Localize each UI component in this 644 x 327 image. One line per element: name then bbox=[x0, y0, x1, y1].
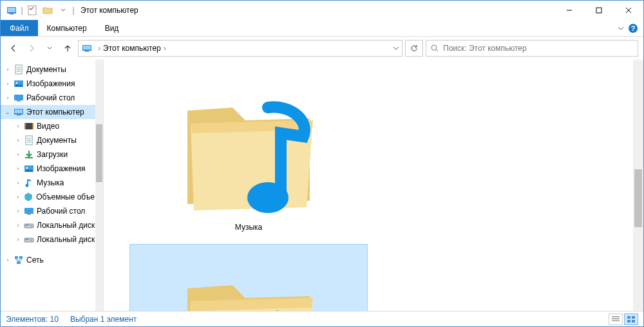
tree-item-label: Рабочий стол bbox=[37, 207, 85, 216]
tree-item[interactable]: ›Рабочий стол bbox=[1, 91, 103, 105]
tree-item[interactable]: ›Загрузки bbox=[1, 147, 103, 162]
back-button[interactable] bbox=[6, 41, 21, 56]
chevron-right-icon[interactable]: › bbox=[3, 256, 12, 265]
svg-rect-27 bbox=[27, 214, 31, 215]
svg-rect-19 bbox=[24, 123, 33, 129]
tree-item[interactable]: ›Локальный диск bbox=[1, 218, 103, 232]
svg-text:?: ? bbox=[631, 24, 636, 32]
qat-properties-icon[interactable] bbox=[25, 3, 39, 17]
tree-item[interactable]: ›Изображения bbox=[1, 162, 103, 176]
desktop-icon bbox=[24, 206, 34, 216]
tree-item[interactable]: ›Объемные объекты bbox=[1, 190, 103, 204]
tree-item[interactable]: ›Документы bbox=[1, 62, 103, 77]
qat-newfolder-icon[interactable] bbox=[41, 3, 55, 17]
search-input[interactable] bbox=[443, 44, 634, 53]
desktop-icon bbox=[14, 93, 24, 103]
tree-item[interactable]: ›Рабочий стол bbox=[1, 204, 103, 218]
forward-button[interactable] bbox=[24, 41, 39, 56]
tree-item[interactable]: ›Сеть bbox=[1, 253, 103, 267]
tree-item-label: Сеть bbox=[26, 256, 44, 265]
address-bar[interactable]: › Этот компьютер › bbox=[78, 40, 402, 57]
navbar: › Этот компьютер › bbox=[1, 37, 643, 60]
ribbon-tab-view[interactable]: Вид bbox=[96, 20, 128, 36]
qat-dropdown-icon[interactable] bbox=[56, 3, 70, 17]
chevron-right-icon[interactable]: › bbox=[14, 192, 22, 201]
svg-rect-1 bbox=[8, 8, 15, 12]
chevron-right-icon[interactable]: › bbox=[14, 221, 23, 230]
chevron-right-icon[interactable]: › bbox=[3, 79, 12, 88]
refresh-button[interactable] bbox=[405, 40, 423, 57]
qat-separator-icon: | bbox=[71, 3, 75, 17]
tree-item-label: Объемные объекты bbox=[36, 192, 103, 201]
address-segment[interactable]: Этот компьютер bbox=[103, 44, 161, 53]
address-dropdown-icon[interactable] bbox=[393, 45, 399, 51]
svg-rect-21 bbox=[32, 123, 33, 129]
svg-rect-39 bbox=[632, 316, 635, 319]
tree-item-label: Видео bbox=[37, 122, 59, 131]
recent-dropdown-icon[interactable] bbox=[42, 41, 57, 56]
ribbon-tab-file[interactable]: Файл bbox=[1, 20, 38, 36]
svg-rect-4 bbox=[596, 8, 601, 13]
tree-item[interactable]: ›Музыка bbox=[1, 176, 103, 190]
chevron-right-icon[interactable]: › bbox=[14, 235, 23, 244]
drive-icon bbox=[24, 234, 34, 245]
up-button[interactable] bbox=[60, 41, 75, 56]
content-scrollbar[interactable] bbox=[633, 60, 643, 311]
svg-rect-9 bbox=[85, 51, 89, 52]
image-icon bbox=[24, 164, 34, 174]
chevron-down-icon[interactable]: ⌄ bbox=[3, 107, 12, 117]
chevron-right-icon[interactable]: › bbox=[14, 122, 23, 131]
close-button[interactable] bbox=[614, 1, 643, 20]
search-box[interactable] bbox=[426, 40, 638, 57]
doc-icon bbox=[14, 64, 24, 75]
chevron-right-icon[interactable]: › bbox=[3, 65, 12, 74]
svg-rect-29 bbox=[25, 225, 29, 226]
svg-point-10 bbox=[431, 45, 437, 50]
search-icon bbox=[430, 44, 439, 53]
doc-icon bbox=[24, 135, 34, 145]
content-area: Музыка Объемные объекты bbox=[104, 60, 643, 311]
svg-rect-40 bbox=[627, 320, 630, 322]
sidebar-scrollbar[interactable] bbox=[95, 60, 103, 311]
image-icon bbox=[14, 79, 24, 89]
chevron-right-icon[interactable]: › bbox=[164, 44, 166, 53]
chevron-right-icon[interactable]: › bbox=[3, 93, 12, 102]
svg-rect-41 bbox=[632, 320, 635, 322]
svg-point-30 bbox=[31, 225, 32, 227]
svg-point-24 bbox=[26, 167, 28, 169]
chevron-right-icon[interactable]: › bbox=[14, 207, 23, 216]
svg-rect-32 bbox=[25, 239, 29, 240]
svg-rect-14 bbox=[14, 95, 23, 100]
view-details-button[interactable] bbox=[609, 313, 623, 325]
chevron-right-icon[interactable]: › bbox=[14, 164, 23, 173]
tree-item-label: Локальный диск bbox=[37, 235, 95, 244]
help-icon[interactable]: ? bbox=[628, 23, 638, 33]
view-large-icons-button[interactable] bbox=[624, 313, 638, 325]
video-icon bbox=[24, 121, 34, 131]
folder-item[interactable]: Объемные объекты bbox=[129, 244, 368, 311]
ribbon-expand-icon[interactable] bbox=[618, 25, 624, 32]
maximize-button[interactable] bbox=[584, 1, 614, 20]
pc-icon bbox=[14, 107, 24, 117]
svg-rect-34 bbox=[15, 256, 18, 259]
ribbon-tab-computer[interactable]: Компьютер bbox=[38, 20, 96, 36]
tree-item[interactable]: ›Локальный диск bbox=[1, 232, 103, 247]
chevron-right-icon[interactable]: › bbox=[14, 150, 23, 159]
chevron-right-icon[interactable]: › bbox=[14, 178, 23, 187]
svg-rect-35 bbox=[19, 256, 23, 259]
folder-item[interactable]: Музыка bbox=[129, 66, 368, 238]
3d-icon bbox=[23, 192, 33, 202]
chevron-right-icon[interactable]: › bbox=[14, 136, 23, 145]
svg-rect-36 bbox=[17, 261, 21, 264]
tree-item[interactable]: ›Изображения bbox=[1, 77, 103, 91]
tree-item[interactable]: ›Документы bbox=[1, 133, 103, 147]
minimize-button[interactable] bbox=[554, 1, 584, 20]
tree-item[interactable]: ⌄Этот компьютер bbox=[1, 105, 103, 119]
svg-rect-18 bbox=[17, 115, 21, 116]
qat-app-icon[interactable] bbox=[5, 3, 19, 17]
network-icon bbox=[14, 255, 24, 265]
tree-item[interactable]: ›Видео bbox=[1, 119, 103, 133]
tree-item-label: Документы bbox=[37, 136, 77, 145]
tree-item-label: Изображения bbox=[37, 164, 85, 173]
chevron-right-icon[interactable]: › bbox=[98, 44, 100, 53]
